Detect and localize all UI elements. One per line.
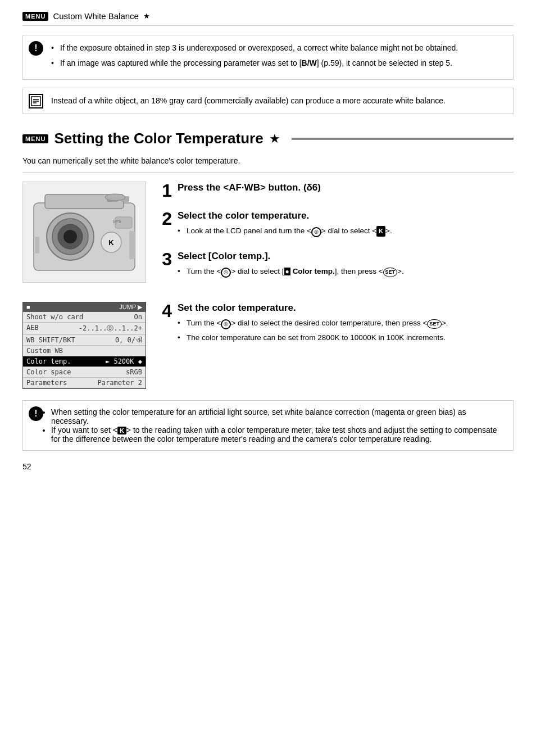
bottom-caution-icon: !	[29, 406, 43, 421]
note-box: Instead of a white object, an 18% gray c…	[22, 88, 514, 114]
lcd-header-icon: ■	[26, 304, 30, 311]
step-3-content: Select [Color temp.]. Turn the <◎> dial …	[178, 250, 514, 280]
step-4-bullet-2: The color temperature can be set from 28…	[178, 332, 514, 343]
bottom-warning-item-1: When setting the color temperature for a…	[51, 408, 505, 425]
lcd-value-params: Parameter 2	[98, 379, 142, 387]
note-text: Instead of a white object, an 18% gray c…	[51, 95, 505, 107]
step-4-title: Set the color temperature.	[178, 302, 514, 314]
step-4-bullet-1: Turn the <◎> dial to select the desired …	[178, 318, 514, 329]
svg-point-9	[63, 230, 77, 243]
step-3-bullets: Turn the <◎> dial to select [● Color tem…	[178, 266, 514, 278]
lcd-label-custom: Custom WB	[26, 347, 63, 355]
menu-badge-header: MENU	[22, 12, 48, 21]
step-3-number: 3	[157, 250, 172, 268]
step-3-title: Select [Color temp.].	[178, 250, 514, 262]
step-3-bullet-1: Turn the <◎> dial to select [● Color tem…	[178, 266, 514, 278]
page-header: MENU Custom White Balance ★	[22, 11, 514, 26]
lcd-value-wb: 0, 0/ଐ	[115, 336, 142, 344]
lcd-row-params: Parameters Parameter 2	[23, 378, 146, 388]
section-intro: You can numerically set the white balanc…	[22, 156, 514, 173]
lcd-label-aeb: AEB	[26, 324, 39, 333]
camera-svg: K GPS	[28, 186, 140, 279]
bottom-warning-box: ! When setting the color temperature for…	[22, 400, 514, 451]
lcd-header: ■ JUMP ▶	[23, 302, 146, 312]
camera-illustration: K GPS	[22, 182, 146, 283]
step-2-bullet-1: Look at the LCD panel and turn the <◎> d…	[178, 225, 514, 237]
step-4-number: 4	[157, 302, 172, 320]
header-title: Custom White Balance	[53, 11, 139, 21]
lcd-value-colortemp: ► 5200K ◆	[106, 357, 142, 365]
step-1-content: Press the <AF·WB> button. (δ6)	[178, 182, 514, 197]
steps-area: K GPS 1 Press the <AF·WB> button. (δ6) 2…	[22, 182, 514, 291]
step-4-content: Set the color temperature. Turn the <◎> …	[178, 302, 514, 346]
lcd-row-colortemp: Color temp. ► 5200K ◆	[23, 356, 146, 367]
step-1: 1 Press the <AF·WB> button. (δ6)	[157, 182, 514, 200]
lcd-row-custom: Custom WB	[23, 346, 146, 356]
caution-item-2: If an image was captured while the proce…	[51, 57, 505, 69]
header-star: ★	[143, 12, 150, 20]
heading-line	[292, 138, 514, 140]
lcd-value-colorspace: sRGB	[126, 368, 142, 376]
step-1-number: 1	[157, 182, 172, 200]
step-2: 2 Select the color temperature. Look at …	[157, 210, 514, 240]
lcd-label-shoot: Shoot w/o card	[26, 313, 83, 321]
step-4-bullets: Turn the <◎> dial to select the desired …	[178, 318, 514, 343]
section-menu-badge: MENU	[22, 134, 48, 143]
lcd-label-colortemp: Color temp.	[26, 357, 71, 365]
step-4: 4 Set the color temperature. Turn the <◎…	[157, 302, 514, 346]
lcd-row-wb: WB SHIFT/BKT 0, 0/ଐ	[23, 335, 146, 346]
steps-list: 1 Press the <AF·WB> button. (δ6) 2 Selec…	[157, 182, 514, 291]
section-title: Setting the Color Temperature	[54, 130, 263, 147]
svg-rect-18	[129, 231, 135, 259]
lcd-value-aeb: -2..1..⓪..1..2+	[79, 324, 142, 333]
lcd-label-params: Parameters	[26, 379, 67, 387]
step-2-content: Select the color temperature. Look at th…	[178, 210, 514, 240]
lcd-row-colorspace: Color space sRGB	[23, 367, 146, 378]
svg-text:K: K	[108, 238, 114, 247]
step-2-number: 2	[157, 210, 172, 228]
svg-text:GPS: GPS	[113, 219, 121, 223]
lcd-label-wb: WB SHIFT/BKT	[26, 336, 75, 344]
step-2-bullets: Look at the LCD panel and turn the <◎> d…	[178, 225, 514, 237]
lcd-row-aeb: AEB -2..1..⓪..1..2+	[23, 323, 146, 335]
lcd-value-shoot: On	[134, 313, 142, 321]
bottom-warning-item-2: If you want to set <K> to the reading ta…	[51, 425, 505, 443]
caution-box: ! If the exposure obtained in step 3 is …	[22, 35, 514, 80]
step-1-title: Press the <AF·WB> button. (δ6)	[178, 182, 514, 194]
lcd-row-shoot: Shoot w/o card On	[23, 312, 146, 323]
page-number: 52	[22, 462, 514, 471]
caution-icon: !	[29, 41, 43, 56]
caution-list: If the exposure obtained in step 3 is un…	[51, 42, 505, 69]
step-4-area: 4 Set the color temperature. Turn the <◎…	[157, 302, 514, 356]
note-icon	[29, 94, 43, 108]
lcd-table: ■ JUMP ▶ Shoot w/o card On AEB -2..1..⓪.…	[22, 302, 146, 389]
caution-item-1: If the exposure obtained in step 3 is un…	[51, 42, 505, 54]
section-heading: MENU Setting the Color Temperature ★	[22, 130, 514, 151]
lcd-label-colorspace: Color space	[26, 368, 71, 376]
step-3: 3 Select [Color temp.]. Turn the <◎> dia…	[157, 250, 514, 280]
bottom-warning-list: When setting the color temperature for a…	[51, 408, 505, 443]
lcd-panel-area: ■ JUMP ▶ Shoot w/o card On AEB -2..1..⓪.…	[22, 302, 514, 389]
svg-rect-17	[35, 237, 39, 253]
svg-point-16	[105, 194, 125, 201]
section-star: ★	[269, 132, 280, 146]
step-2-title: Select the color temperature.	[178, 210, 514, 222]
lcd-header-right: JUMP ▶	[119, 304, 142, 311]
